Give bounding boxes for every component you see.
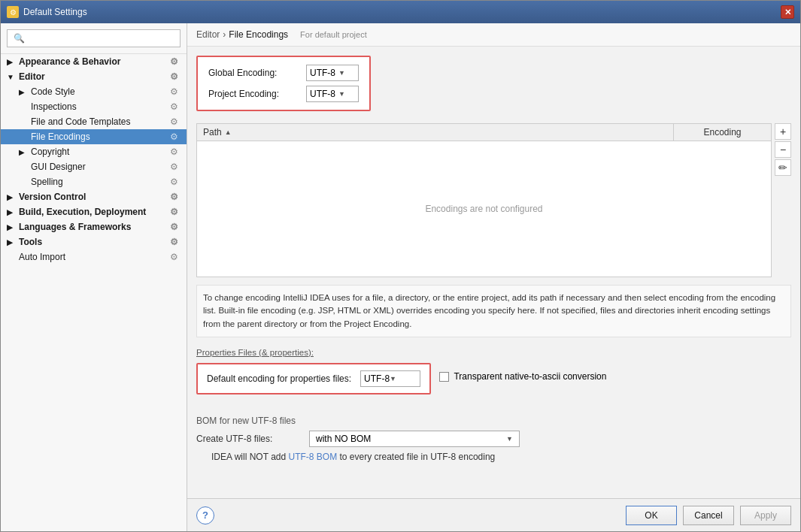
sidebar-item-auto-import[interactable]: Auto Import ⚙ (1, 249, 187, 264)
encoding-column-header[interactable]: Encoding (673, 124, 771, 141)
search-icon: 🔍 (14, 33, 25, 44)
bom-note-part2: to every created file in UTF-8 encoding (337, 452, 495, 462)
arrow-icon: ▶ (7, 208, 16, 216)
encoding-section: Global Encoding: UTF-8 ▼ Project Encodin… (196, 56, 371, 111)
nav-tree: ▶ Appearance & Behavior ⚙ ▼ Editor ⚙ ▶ C… (1, 54, 187, 531)
bom-create-select[interactable]: with NO BOM ▼ (309, 431, 520, 447)
default-encoding-label: Default encoding for properties files: (207, 373, 351, 384)
path-table-container: Path ▲ Encoding Encodings are not config… (196, 123, 791, 285)
bom-create-label: Create UTF-8 files: (196, 434, 302, 444)
transparent-conversion-row: Transparent native-to-ascii conversion (439, 371, 606, 382)
gear-icon: ⚙ (170, 116, 181, 127)
global-encoding-select[interactable]: UTF-8 ▼ (306, 65, 359, 81)
sidebar: 🔍 ▶ Appearance & Behavior ⚙ ▼ Editor ⚙ (1, 23, 187, 531)
arrow-icon (19, 118, 28, 126)
apply-button[interactable]: Apply (740, 506, 791, 525)
bom-create-value: with NO BOM (316, 434, 371, 444)
ok-button[interactable]: OK (626, 506, 677, 525)
help-button[interactable]: ? (196, 506, 214, 524)
dropdown-arrow-icon: ▼ (338, 69, 345, 77)
add-row-button[interactable]: + (775, 123, 791, 140)
gear-icon: ⚙ (170, 71, 181, 82)
gear-icon: ⚙ (170, 101, 181, 112)
path-table: Path ▲ Encoding Encodings are not config… (196, 123, 772, 277)
sidebar-item-label: File Encodings (31, 131, 90, 142)
sidebar-item-label: Auto Import (19, 252, 65, 262)
sidebar-item-label: Code Style (31, 86, 75, 97)
content-area: Global Encoding: UTF-8 ▼ Project Encodin… (187, 47, 800, 498)
gear-icon: ⚙ (170, 207, 181, 217)
table-body: Encodings are not configured (197, 141, 771, 277)
bom-note-link[interactable]: UTF-8 BOM (288, 452, 337, 462)
arrow-icon: ▶ (7, 223, 16, 231)
bom-section-label: BOM for new UTF-8 files (196, 416, 791, 426)
sidebar-item-inspections[interactable]: Inspections ⚙ (1, 99, 187, 114)
project-encoding-select[interactable]: UTF-8 ▼ (306, 86, 359, 102)
sidebar-item-code-style[interactable]: ▶ Code Style ⚙ (1, 84, 187, 99)
default-encoding-value: UTF-8 (364, 373, 390, 384)
global-encoding-value: UTF-8 (310, 68, 335, 78)
arrow-icon (19, 133, 28, 141)
sidebar-item-build[interactable]: ▶ Build, Execution, Deployment ⚙ (1, 204, 187, 219)
bom-section: BOM for new UTF-8 files Create UTF-8 fil… (196, 416, 791, 462)
bom-note: IDEA will NOT add UTF-8 BOM to every cre… (196, 452, 791, 462)
sidebar-item-languages[interactable]: ▶ Languages & Frameworks ⚙ (1, 219, 187, 234)
arrow-icon: ▶ (7, 238, 16, 246)
titlebar-left: ⚙ Default Settings (7, 6, 87, 18)
search-input[interactable]: 🔍 (7, 29, 181, 47)
sidebar-item-gui-designer[interactable]: GUI Designer ⚙ (1, 159, 187, 174)
sidebar-item-label: Version Control (19, 192, 86, 202)
close-button[interactable]: ✕ (781, 5, 794, 19)
search-box: 🔍 (1, 23, 187, 54)
edit-row-button[interactable]: ✏ (775, 159, 791, 176)
breadcrumb-page: File Encodings (229, 29, 288, 40)
transparent-conversion-label: Transparent native-to-ascii conversion (454, 371, 606, 382)
bom-note-part1: IDEA will NOT add (211, 452, 288, 462)
sidebar-item-label: Tools (19, 237, 42, 247)
gear-icon: ⚙ (170, 56, 181, 67)
global-encoding-label: Global Encoding: (208, 68, 306, 78)
arrow-icon: ▶ (7, 58, 16, 66)
arrow-icon: ▶ (19, 148, 28, 156)
path-column-header[interactable]: Path ▲ (197, 124, 673, 141)
sidebar-item-appearance[interactable]: ▶ Appearance & Behavior ⚙ (1, 54, 187, 69)
app-icon: ⚙ (7, 6, 19, 18)
table-header: Path ▲ Encoding (197, 124, 771, 141)
gear-icon: ⚙ (170, 237, 181, 247)
sidebar-item-label: Editor (19, 71, 45, 82)
sidebar-item-tools[interactable]: ▶ Tools ⚙ (1, 234, 187, 249)
table-actions: + − ✏ (775, 123, 791, 176)
breadcrumb-sep: › (223, 29, 226, 40)
remove-row-button[interactable]: − (775, 141, 791, 158)
dropdown-arrow-icon: ▼ (506, 435, 513, 443)
gear-icon: ⚙ (170, 147, 181, 157)
arrow-icon (19, 103, 28, 111)
sidebar-item-label: Languages & Frameworks (19, 222, 131, 232)
sidebar-item-label: Spelling (31, 177, 63, 187)
sort-arrow-icon: ▲ (225, 128, 232, 136)
arrow-icon: ▶ (7, 193, 16, 201)
sidebar-item-file-code-templates[interactable]: File and Code Templates ⚙ (1, 114, 187, 129)
sidebar-item-label: File and Code Templates (31, 116, 131, 127)
sidebar-item-label: GUI Designer (31, 162, 86, 172)
sidebar-item-label: Build, Execution, Deployment (19, 207, 146, 217)
default-settings-window: ⚙ Default Settings ✕ 🔍 ▶ Appearance & Be… (0, 0, 801, 532)
sidebar-item-version-control[interactable]: ▶ Version Control ⚙ (1, 189, 187, 204)
titlebar: ⚙ Default Settings ✕ (1, 1, 800, 23)
default-encoding-select[interactable]: UTF-8 ▼ (360, 370, 420, 387)
transparent-conversion-checkbox[interactable] (439, 372, 449, 382)
sidebar-item-file-encodings[interactable]: File Encodings ⚙ (1, 129, 187, 144)
sidebar-item-editor[interactable]: ▼ Editor ⚙ (1, 69, 187, 84)
sidebar-item-copyright[interactable]: ▶ Copyright ⚙ (1, 144, 187, 159)
dropdown-arrow-icon: ▼ (338, 90, 345, 98)
sidebar-item-spelling[interactable]: Spelling ⚙ (1, 174, 187, 189)
arrow-icon: ▼ (7, 73, 16, 81)
properties-section-wrapper: Default encoding for properties files: U… (196, 363, 791, 405)
footer: ? OK Cancel Apply (187, 498, 800, 531)
global-encoding-row: Global Encoding: UTF-8 ▼ (208, 65, 359, 81)
path-label: Path (203, 127, 222, 138)
gear-icon: ⚙ (170, 177, 181, 187)
sidebar-item-label: Appearance & Behavior (19, 56, 120, 67)
cancel-button[interactable]: Cancel (683, 506, 734, 525)
gear-icon: ⚙ (170, 222, 181, 232)
